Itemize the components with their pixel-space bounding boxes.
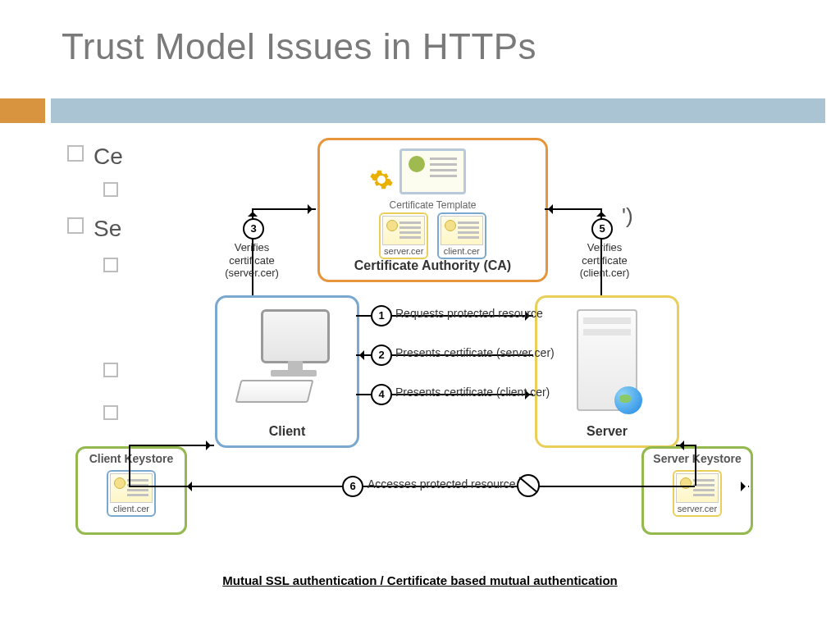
gear-icon	[369, 167, 394, 192]
step-1-text: Requests protected resource	[395, 307, 543, 320]
ca-server-cert: server.cer	[379, 212, 428, 259]
diagram-caption: Mutual SSL authentication / Certificate …	[67, 573, 773, 587]
step-1-badge: 1	[371, 305, 392, 326]
cert-template-label: Certificate Template	[320, 199, 546, 211]
ca-client-cert: client.cer	[437, 212, 486, 259]
accent-bar	[0, 98, 45, 123]
verify-left-line-h	[252, 208, 316, 210]
step-2-badge: 2	[371, 345, 392, 366]
server-label: Server	[537, 424, 677, 439]
step-4-badge: 4	[371, 384, 392, 405]
server-node: Server	[535, 295, 679, 448]
slide: Trust Model Issues in HTTPs Ce Se ') Cer…	[0, 0, 840, 630]
client-node: Client	[215, 295, 359, 448]
step-3-badge: 3	[243, 218, 264, 240]
server-keystore: Server Keystore server.cer	[641, 446, 753, 535]
step-5-badge: 5	[591, 218, 613, 240]
ks-to-client-arrow	[129, 445, 214, 446]
verify-left-label: Verifiescertificate(server.cer)	[199, 241, 305, 280]
ca-label: Certificate Authority (CA)	[320, 258, 546, 273]
verify-right-label: Verifiescertificate(client.cer)	[551, 241, 658, 280]
globe-icon	[614, 386, 642, 414]
step-4-text: Presents certificate (client.cer)	[395, 386, 550, 399]
divider-bar	[51, 98, 825, 123]
step-6-badge: 6	[342, 476, 363, 497]
verify-right-line-h	[545, 208, 600, 210]
slide-title: Trust Model Issues in HTTPs	[62, 26, 536, 67]
computer-icon	[238, 309, 336, 399]
client-keystore: Client Keystore client.cer	[75, 446, 187, 535]
ks-to-server-arrow	[676, 445, 696, 446]
access-granted-icon	[517, 474, 540, 497]
ca-node: Certificate Template server.cer client.c…	[317, 138, 548, 282]
cert-template-icon	[320, 148, 546, 198]
diagram: Certificate Template server.cer client.c…	[67, 135, 773, 594]
step-2-text: Presents certificate (server.cer)	[395, 346, 555, 359]
server-icon	[577, 309, 637, 411]
server-keystore-title: Server Keystore	[644, 449, 751, 465]
client-keystore-title: Client Keystore	[78, 449, 185, 465]
step-6-text: Accesses protected resource	[368, 477, 516, 491]
client-label: Client	[217, 424, 357, 439]
